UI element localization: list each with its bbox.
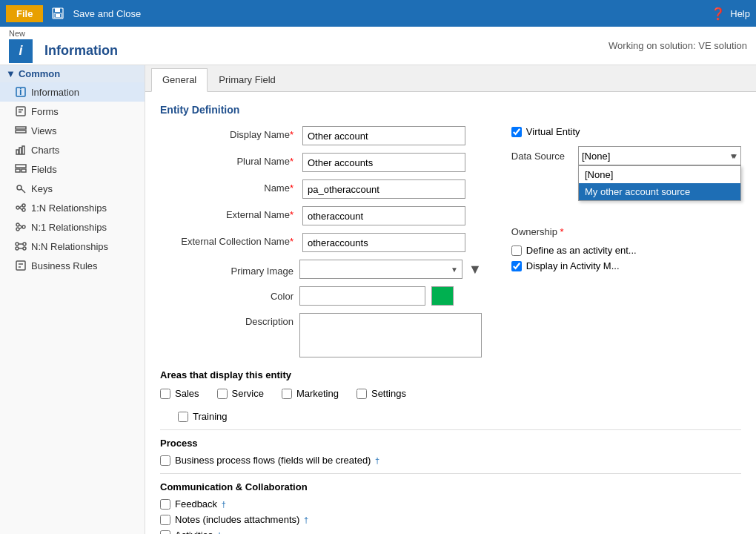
content-area: General Primary Field Entity Definition …	[145, 65, 756, 534]
sidebar-item-views[interactable]: Views	[0, 121, 145, 140]
svg-rect-3	[56, 14, 60, 17]
area-marketing: Marketing	[282, 388, 339, 399]
area-marketing-label: Marketing	[296, 388, 339, 399]
sidebar-item-keys[interactable]: Keys	[0, 179, 145, 198]
1n-relationships-icon	[15, 202, 27, 214]
save-icon	[52, 7, 64, 19]
description-textarea[interactable]	[299, 313, 482, 357]
svg-line-18	[21, 189, 25, 193]
display-activity-checkbox[interactable]	[511, 261, 522, 271]
sidebar-item-nn-relationships[interactable]: N:N Relationships	[0, 237, 145, 256]
data-source-select-wrapper: [None] ▼	[578, 146, 741, 165]
sidebar-label-business-rules: Business Rules	[31, 260, 98, 271]
sidebar-item-forms[interactable]: Forms	[0, 102, 145, 121]
areas-extra: Training	[178, 411, 741, 422]
external-collection-name-input[interactable]	[302, 233, 465, 252]
sidebar-item-charts[interactable]: Charts	[0, 140, 145, 159]
tab-general[interactable]: General	[151, 68, 208, 92]
svg-point-24	[16, 223, 19, 226]
forms-icon	[15, 105, 27, 117]
business-process-label: Business process flows (fields will be c…	[175, 455, 379, 466]
business-process-info-link[interactable]: †	[375, 456, 379, 465]
virtual-entity-checkbox[interactable]	[511, 127, 522, 137]
dropdown-item-none[interactable]: [None]	[579, 166, 740, 183]
svg-point-26	[22, 225, 25, 228]
primary-image-select-wrapper	[299, 260, 462, 279]
data-source-label: Data Source	[511, 151, 572, 162]
external-collection-name-row: External Collection Name*	[160, 233, 482, 252]
area-settings-label: Settings	[371, 388, 406, 399]
define-activity-checkbox[interactable]	[511, 245, 522, 256]
feedback-checkbox[interactable]	[160, 499, 170, 510]
file-button[interactable]: File	[6, 5, 43, 22]
area-settings: Settings	[357, 388, 406, 399]
area-service-checkbox[interactable]	[217, 389, 228, 399]
charts-icon	[15, 144, 27, 156]
notes-info-link[interactable]: †	[304, 515, 308, 524]
topbar: File Save and Close ❓ Help	[0, 0, 756, 27]
display-activity-label: Display in Activity M...	[526, 260, 620, 271]
name-label: Name*	[160, 179, 294, 194]
external-name-label: External Name*	[160, 206, 294, 220]
svg-point-31	[23, 243, 26, 245]
form-two-columns: Display Name* Plural Name* Name*	[160, 126, 741, 369]
name-input[interactable]	[302, 179, 465, 199]
svg-rect-12	[19, 148, 21, 154]
color-input[interactable]	[299, 286, 425, 306]
define-activity-row: Define as an activity ent...	[511, 245, 741, 256]
area-training-checkbox[interactable]	[178, 412, 188, 422]
dropdown-item-account-source[interactable]: My other account source	[579, 183, 740, 200]
ownership-label: Ownership *	[511, 226, 578, 237]
activities-checkbox[interactable]	[160, 530, 170, 535]
plural-name-input[interactable]	[302, 153, 465, 172]
svg-point-21	[22, 208, 25, 211]
primary-image-select[interactable]	[299, 260, 462, 279]
svg-rect-10	[16, 131, 26, 133]
sidebar-item-n1-relationships[interactable]: N:1 Relationships	[0, 217, 145, 237]
data-source-select[interactable]: [None]	[578, 146, 741, 165]
area-settings-checkbox[interactable]	[357, 389, 367, 399]
sidebar-label-n1: N:1 Relationships	[31, 222, 107, 233]
svg-point-30	[16, 247, 19, 250]
sidebar-section-common[interactable]: ▼ Common	[0, 65, 145, 82]
primary-image-dropdown-arrow[interactable]: ▼	[468, 262, 482, 277]
help-button[interactable]: Help	[730, 8, 750, 19]
external-name-input[interactable]	[302, 206, 465, 225]
area-sales-checkbox[interactable]	[160, 389, 170, 399]
display-name-input[interactable]	[302, 126, 465, 145]
section-arrow: ▼	[6, 68, 16, 79]
activities-info-link[interactable]: †	[217, 531, 222, 534]
communication-section: Communication & Collaboration Feedback †…	[160, 481, 741, 534]
sidebar-label-information: Information	[31, 87, 79, 98]
business-rules-icon	[15, 260, 27, 271]
sidebar-label-keys: Keys	[31, 183, 53, 194]
svg-rect-35	[16, 261, 25, 270]
areas-section: Areas that display this entity Sales Ser…	[160, 369, 741, 422]
sidebar-item-1n-relationships[interactable]: 1:N Relationships	[0, 198, 145, 217]
color-row: Color	[160, 286, 482, 306]
svg-rect-16	[21, 169, 26, 172]
color-swatch[interactable]	[431, 286, 454, 306]
feedback-info-link[interactable]: †	[222, 500, 226, 509]
form-area: Entity Definition Display Name* Plural N…	[145, 92, 756, 534]
sidebar-item-information[interactable]: i Information	[0, 82, 145, 102]
sidebar-item-business-rules[interactable]: Business Rules	[0, 256, 145, 275]
feedback-row: Feedback †	[160, 498, 741, 510]
notes-checkbox[interactable]	[160, 515, 170, 525]
sidebar-label-forms: Forms	[31, 106, 59, 117]
area-marketing-checkbox[interactable]	[282, 389, 292, 399]
solution-info: Working on solution: VE solution	[609, 40, 747, 51]
tab-primary-field[interactable]: Primary Field	[208, 68, 287, 91]
save-close-button[interactable]: Save and Close	[73, 8, 141, 19]
business-process-checkbox[interactable]	[160, 455, 170, 466]
svg-rect-6	[16, 107, 25, 116]
sidebar-label-1n: 1:N Relationships	[31, 202, 107, 214]
divider-2	[160, 473, 741, 474]
svg-rect-1	[55, 8, 60, 12]
svg-rect-13	[22, 146, 24, 154]
keys-icon	[15, 182, 27, 194]
display-activity-row: Display in Activity M...	[511, 260, 741, 271]
define-activity-label: Define as an activity ent...	[526, 245, 637, 256]
plural-name-label: Plural Name*	[160, 153, 294, 167]
sidebar-item-fields[interactable]: Fields	[0, 159, 145, 179]
